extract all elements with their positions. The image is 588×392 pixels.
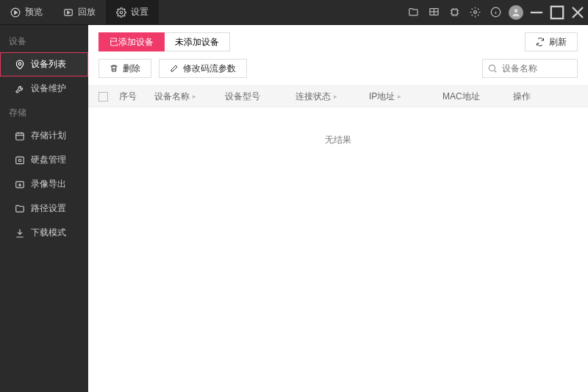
svg-rect-11 xyxy=(16,157,24,163)
maximize-icon xyxy=(547,2,567,23)
plugin-icon xyxy=(449,7,460,18)
refresh-button[interactable]: 刷新 xyxy=(525,32,578,51)
sidebar: 设备 设备列表 设备维护 存储 存储计划 硬盘管理 录像导出 路径设置 下载模式 xyxy=(0,25,88,392)
gear-icon xyxy=(116,7,126,18)
user-icon xyxy=(511,7,521,18)
export-icon xyxy=(15,179,25,190)
close-button[interactable] xyxy=(567,0,588,25)
device-pin-icon xyxy=(15,60,25,70)
folder-button[interactable] xyxy=(403,0,423,25)
gear-icon xyxy=(470,7,481,18)
svg-point-2 xyxy=(120,11,123,14)
minimize-icon xyxy=(526,2,547,23)
col-conn[interactable]: 连接状态▸ xyxy=(295,90,369,103)
grid-button[interactable] xyxy=(423,0,444,25)
folder-icon xyxy=(408,7,419,18)
tab-settings[interactable]: 设置 xyxy=(106,0,159,24)
svg-point-9 xyxy=(18,63,21,65)
col-name[interactable]: 设备名称▸ xyxy=(154,90,225,103)
close-icon xyxy=(567,2,588,23)
col-model[interactable]: 设备型号 xyxy=(225,90,295,103)
col-ip[interactable]: IP地址▸ xyxy=(369,90,442,103)
plugin-button[interactable] xyxy=(444,0,465,25)
tab-preview[interactable]: 预览 xyxy=(0,0,53,24)
sidebar-item-label: 下载模式 xyxy=(31,227,66,239)
disk-icon xyxy=(15,155,25,165)
tab-label: 预览 xyxy=(25,6,43,18)
play-icon xyxy=(10,7,21,18)
sidebar-item-label: 存储计划 xyxy=(31,129,66,142)
col-seq[interactable]: 序号 xyxy=(119,90,154,103)
folder-icon xyxy=(15,204,25,214)
trash-icon xyxy=(110,64,118,73)
sidebar-item-disk-manage[interactable]: 硬盘管理 xyxy=(0,148,88,172)
download-icon xyxy=(15,228,25,238)
sidebar-item-download-mode[interactable]: 下载模式 xyxy=(0,221,88,245)
empty-state: 无结果 xyxy=(88,107,588,173)
modify-stream-button[interactable]: 修改码流参数 xyxy=(159,59,247,78)
sidebar-group-device: 设备 xyxy=(0,29,88,52)
modify-label: 修改码流参数 xyxy=(183,63,236,75)
delete-button[interactable]: 删除 xyxy=(98,59,151,78)
svg-rect-8 xyxy=(551,6,563,18)
sidebar-item-label: 设备维护 xyxy=(31,82,66,95)
sidebar-item-path[interactable]: 路径设置 xyxy=(0,196,88,221)
refresh-label: 刷新 xyxy=(549,36,567,49)
col-mac[interactable]: MAC地址 xyxy=(442,90,513,103)
table-header: 序号 设备名称▸ 设备型号 连接状态▸ IP地址▸ MAC地址 操作 xyxy=(88,85,588,107)
sidebar-group-storage: 存储 xyxy=(0,101,88,124)
playback-icon xyxy=(63,7,74,18)
info-button[interactable] xyxy=(485,0,506,25)
wrench-icon xyxy=(15,84,25,94)
refresh-icon xyxy=(536,38,545,46)
seg-notadded[interactable]: 未添加设备 xyxy=(165,32,230,51)
search-icon xyxy=(487,63,498,74)
tab-playback[interactable]: 回放 xyxy=(53,0,106,24)
main-content: 已添加设备 未添加设备 刷新 删除 修改码流参数 xyxy=(88,25,588,392)
delete-label: 删除 xyxy=(123,63,140,75)
sidebar-item-device-maintain[interactable]: 设备维护 xyxy=(0,76,88,101)
col-op[interactable]: 操作 xyxy=(513,90,578,103)
maximize-button[interactable] xyxy=(547,0,567,25)
search-box xyxy=(482,59,578,78)
grid-icon xyxy=(429,7,440,18)
sort-icon: ▸ xyxy=(334,93,337,100)
tab-label: 回放 xyxy=(78,6,96,18)
sidebar-item-label: 路径设置 xyxy=(31,202,66,215)
svg-rect-4 xyxy=(451,10,457,15)
user-avatar[interactable] xyxy=(509,5,523,20)
tab-label: 设置 xyxy=(131,6,148,18)
sidebar-item-label: 设备列表 xyxy=(31,58,66,71)
info-icon xyxy=(490,7,501,18)
svg-point-12 xyxy=(18,159,21,162)
sidebar-item-label: 录像导出 xyxy=(31,178,66,190)
select-all-checkbox[interactable] xyxy=(98,92,108,101)
sidebar-item-label: 硬盘管理 xyxy=(31,154,66,166)
sort-icon: ▸ xyxy=(193,93,196,100)
sidebar-item-storage-plan[interactable]: 存储计划 xyxy=(0,124,88,148)
svg-point-7 xyxy=(514,9,518,13)
sort-icon: ▸ xyxy=(398,93,401,100)
calendar-icon xyxy=(15,131,25,141)
svg-point-5 xyxy=(473,11,476,14)
device-segment: 已添加设备 未添加设备 xyxy=(98,32,230,51)
edit-icon xyxy=(170,64,179,73)
sidebar-item-export[interactable]: 录像导出 xyxy=(0,172,88,196)
svg-point-14 xyxy=(489,65,495,71)
settings-button[interactable] xyxy=(465,0,485,25)
sidebar-item-device-list[interactable]: 设备列表 xyxy=(0,52,88,76)
minimize-button[interactable] xyxy=(526,0,547,25)
svg-rect-10 xyxy=(16,132,24,139)
seg-added[interactable]: 已添加设备 xyxy=(98,32,165,51)
